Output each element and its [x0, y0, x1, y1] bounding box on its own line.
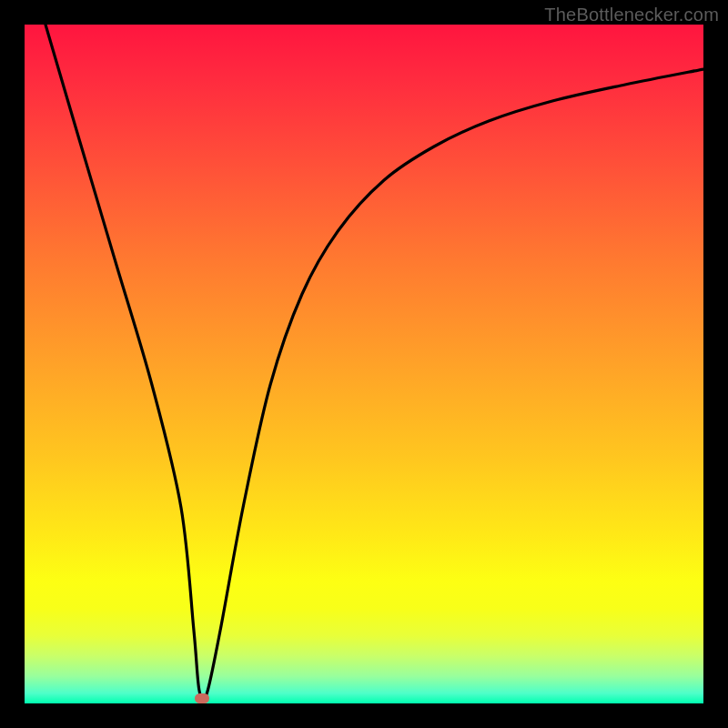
plot-area [25, 25, 703, 703]
chart-svg [25, 25, 703, 703]
watermark-text: TheBottlenecker.com [544, 5, 719, 25]
chart-frame: TheBottlenecker.com [0, 0, 728, 728]
optimal-point-marker [195, 693, 209, 703]
bottleneck-curve-line [46, 25, 703, 701]
